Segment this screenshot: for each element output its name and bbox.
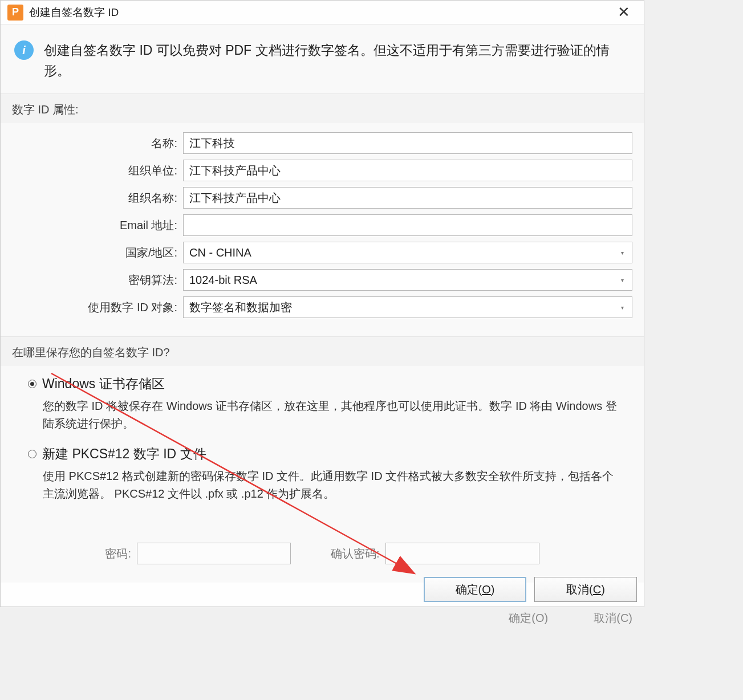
background-ok: 确定(O) (509, 611, 548, 626)
close-icon[interactable]: ✕ (611, 3, 637, 21)
ok-button[interactable]: 确定(O) (424, 577, 526, 602)
info-icon: i (14, 40, 34, 60)
radio-desc-windows-store: 您的数字 ID 将被保存在 Windows 证书存储区，放在这里，其他程序也可以… (43, 397, 621, 433)
titlebar: P 创建自签名数字 ID ✕ (1, 1, 644, 25)
algo-value: 1024-bit RSA (189, 274, 257, 287)
password-input (137, 543, 291, 564)
algo-select[interactable]: 1024-bit RSA ▾ (183, 269, 632, 291)
confirm-password-label: 确认密码: (331, 546, 380, 561)
org-unit-input[interactable] (183, 160, 632, 181)
radio-title-windows-store: Windows 证书存储区 (42, 375, 165, 393)
cancel-button[interactable]: 取消(C) (534, 577, 637, 602)
dialog-footer: 确定(O) 取消(C) (424, 577, 637, 602)
background-footer: 确定(O) 取消(C) (509, 611, 632, 626)
radio-title-pkcs12: 新建 PKCS#12 数字 ID 文件 (42, 445, 206, 463)
app-icon-letter: P (12, 6, 19, 18)
password-label: 密码: (105, 546, 131, 561)
email-label: Email 地址: (12, 218, 177, 233)
app-icon: P (7, 5, 23, 21)
usage-label: 使用数字 ID 对象: (12, 300, 177, 315)
dialog-title: 创建自签名数字 ID (29, 5, 611, 20)
dialog-window: P 创建自签名数字 ID ✕ i 创建自签名数字 ID 可以免费对 PDF 文档… (0, 0, 644, 607)
chevron-down-icon: ▾ (621, 250, 626, 256)
info-text: 创建自签名数字 ID 可以免费对 PDF 文档进行数字签名。但这不适用于有第三方… (44, 40, 630, 81)
password-area: 密码: 确认密码: (12, 515, 632, 570)
org-name-label: 组织名称: (12, 190, 177, 206)
org-name-input[interactable] (183, 187, 632, 209)
dialog-body: i 创建自签名数字 ID 可以免费对 PDF 文档进行数字签名。但这不适用于有第… (1, 25, 644, 607)
usage-select[interactable]: 数字签名和数据加密 ▾ (183, 296, 632, 318)
country-select[interactable]: CN - CHINA ▾ (183, 242, 632, 263)
radio-input-pkcs12[interactable] (28, 450, 36, 458)
algo-label: 密钥算法: (12, 272, 177, 288)
attrs-body: 名称: 组织单位: 组织名称: Email 地址: 国家/地区: CN - CH… (1, 123, 644, 336)
usage-value: 数字签名和数据加密 (189, 300, 292, 315)
radio-input-windows-store[interactable] (28, 380, 36, 388)
chevron-down-icon: ▾ (621, 277, 626, 283)
store-header: 在哪里保存您的自签名数字 ID? (1, 336, 644, 366)
country-value: CN - CHINA (189, 246, 251, 259)
store-body: Windows 证书存储区 您的数字 ID 将被保存在 Windows 证书存储… (1, 366, 644, 583)
confirm-password-input (385, 543, 539, 564)
name-input[interactable] (183, 132, 632, 154)
radio-desc-pkcs12: 使用 PKCS#12 格式创建新的密码保存数字 ID 文件。此通用数字 ID 文… (43, 467, 621, 503)
org-unit-label: 组织单位: (12, 163, 177, 178)
email-input[interactable] (183, 214, 632, 236)
info-panel: i 创建自签名数字 ID 可以免费对 PDF 文档进行数字签名。但这不适用于有第… (1, 25, 644, 93)
country-label: 国家/地区: (12, 245, 177, 261)
radio-option-pkcs12[interactable]: 新建 PKCS#12 数字 ID 文件 使用 PKCS#12 格式创建新的密码保… (12, 445, 632, 503)
chevron-down-icon: ▾ (621, 304, 626, 311)
name-label: 名称: (12, 136, 177, 151)
radio-option-windows-store[interactable]: Windows 证书存储区 您的数字 ID 将被保存在 Windows 证书存储… (12, 375, 632, 433)
attrs-header: 数字 ID 属性: (1, 93, 644, 123)
background-cancel: 取消(C) (594, 611, 632, 626)
